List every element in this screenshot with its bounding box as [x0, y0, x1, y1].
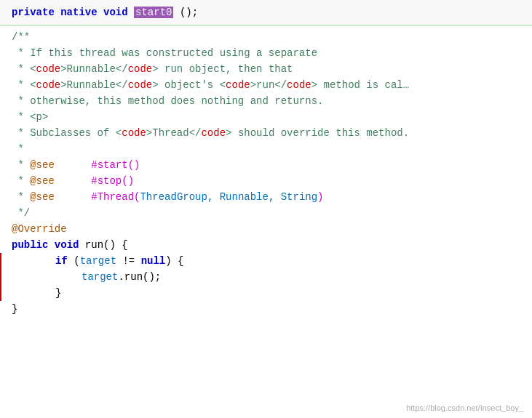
- javadoc-open: /**: [0, 29, 532, 45]
- javadoc-line-2: * <code>Runnable</code> run object, then…: [0, 61, 532, 77]
- close-brace-outer: }: [0, 301, 532, 317]
- javadoc-line-4: * otherwise, this method does nothing an…: [0, 93, 532, 109]
- javadoc-line-1: * If this thread was constructed using a…: [0, 45, 532, 61]
- override-annotation: @Override: [12, 221, 67, 237]
- target-var: target: [80, 253, 116, 269]
- keyword-public: public: [12, 237, 48, 253]
- keyword-native: native: [60, 7, 97, 18]
- method-name-highlight: start0: [134, 7, 173, 18]
- target-var-call: target: [82, 269, 118, 285]
- javadoc-see-1: * @see #start(): [0, 157, 532, 173]
- javadoc-line-3: * <code>Runnable</code> object's <code>r…: [0, 77, 532, 93]
- javadoc-block: /** * If this thread was constructed usi…: [0, 26, 532, 221]
- javadoc-close: */: [0, 205, 532, 221]
- watermark: https://blog.csdn.net/Insect_boy_: [406, 403, 523, 412]
- javadoc-line-6: * Subclasses of <code>Thread</code> shou…: [0, 125, 532, 141]
- keyword-void: void: [103, 7, 128, 18]
- javadoc-line-5: * <p>: [0, 109, 532, 125]
- method-parens: ();: [180, 7, 198, 18]
- keyword-private: private: [12, 7, 55, 18]
- keyword-if: if: [55, 253, 68, 269]
- javadoc-see-3: * @see #Thread(ThreadGroup, Runnable, St…: [0, 189, 532, 205]
- if-line: if ( target != null ) {: [0, 253, 532, 269]
- annotation-line: @Override: [0, 221, 532, 237]
- javadoc-see-2: * @see #stop(): [0, 173, 532, 189]
- code-container: private native void start0 (); /** * If …: [0, 0, 532, 418]
- method-signature-line: public void run() {: [0, 237, 532, 253]
- method-declaration-line: private native void start0 ();: [0, 0, 532, 25]
- keyword-null: null: [141, 253, 166, 269]
- close-brace-inner: }: [0, 285, 532, 301]
- keyword-void-run: void: [55, 237, 79, 253]
- javadoc-line-7: *: [0, 141, 532, 157]
- target-run-line: target .run();: [0, 269, 532, 285]
